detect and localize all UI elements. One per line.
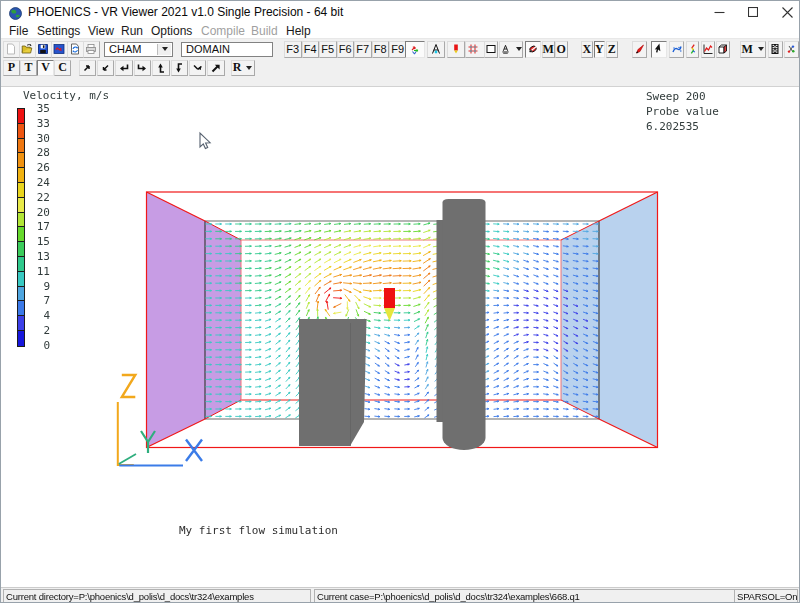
title-bar[interactable]: PHOENICS - VR Viewer 2021 v1.0 Single Pr… [1,1,799,23]
legend-tick-label: 7 [43,295,50,306]
menu-item-file[interactable]: File [9,24,28,38]
toolbar-button-annotation[interactable] [499,41,523,58]
toolbar-button-red-pen[interactable] [632,41,647,58]
button-label: P [8,60,15,75]
outlet-wall [599,192,658,448]
toolbar-button-p-mode[interactable]: P [3,60,20,76]
toolbar-button-filmstrip[interactable] [768,41,783,58]
toolbar-button-c-mode[interactable]: C [54,60,71,76]
toolbar-button-wireframe-box[interactable] [484,41,498,58]
inlet-wall [147,192,206,448]
button-label: O [557,42,566,57]
toolbar-button-graph[interactable] [701,41,716,58]
y-axis-label [141,431,155,453]
legend-tick-label: 26 [37,162,50,173]
toolbar-button-letter-z-11[interactable]: Z [606,41,618,58]
scene-caption: My first flow simulation [179,524,338,537]
legend-title: Velocity, m/s [23,89,109,102]
toolbar-button-f9[interactable]: F9 [389,41,407,58]
toolbar-button-print[interactable] [83,41,100,58]
menu-item-settings[interactable]: Settings [37,24,80,38]
legend-tick-label: 15 [37,236,50,247]
toolbar-button-arrow-sw-small[interactable] [97,60,115,76]
legend-tick-label: 33 [37,118,50,129]
toolbar-button-letter-y-10[interactable]: Y [594,41,606,58]
toolbar-button-arrow-zigzag[interactable] [189,60,207,76]
inner-corner-diagonal [205,221,241,240]
close-button[interactable] [770,1,800,23]
toolbar-button-mesh-toggle[interactable] [405,41,425,58]
toolbar-button-f5[interactable]: F5 [319,41,337,58]
legend-color-segment [18,227,24,242]
toolbar-button-f7[interactable]: F7 [354,41,372,58]
toolbar-button-reset-view[interactable]: R [231,60,255,76]
toolbar-button-save-floppy[interactable] [35,41,52,58]
legend-color-segment [18,272,24,287]
button-label: Y [595,42,604,57]
button-label: F5 [321,43,334,55]
menu-item-compile: Compile [201,24,245,38]
app-window: PHOENICS - VR Viewer 2021 v1.0 Single Pr… [0,0,800,603]
toolbar-button-arrow-return-left[interactable] [115,60,133,76]
menu-item-run[interactable]: Run [121,24,143,38]
button-label: R [233,60,242,75]
toolbar-button-compass[interactable] [427,41,445,58]
toolbar-button-rainbow-bolt[interactable] [686,41,700,58]
inlet-wall-inner [205,221,241,419]
legend-color-segment [18,213,24,228]
toolbar-button-letter-m-7[interactable]: M [542,41,555,58]
button-label: F8 [374,43,387,55]
status-bar: Current directory=P:\phoenics\d_polis\d_… [1,587,799,603]
solver-combobox-arrow[interactable] [157,44,171,55]
probe-value-label: Probe value [646,105,719,118]
toolbar-button-f3[interactable]: F3 [284,41,302,58]
button-label: F6 [339,43,352,55]
toolbar-button-arrow-ne-small[interactable] [79,60,97,76]
toolbar-button-cube-3d[interactable] [716,41,731,58]
z-axis-label [122,375,136,397]
viewport[interactable]: Velocity, m/s 35333028262422201715131197… [1,87,799,587]
menu-item-view[interactable]: View [88,24,114,38]
toolbar-button-t-mode[interactable]: T [20,60,37,76]
chevron-down-icon [246,66,252,70]
toolbar-button-arrow-ne-large[interactable] [207,60,225,76]
toolbar-button-open-folder[interactable] [19,41,36,58]
mouse-cursor [200,133,210,149]
inner-corner-diagonal [205,400,241,419]
legend-color-segment [18,331,24,346]
probe-marker[interactable] [384,288,395,308]
toolbar-button-viewer-settings[interactable] [784,41,799,58]
domain-field[interactable]: DOMAIN [181,42,273,57]
toolbar-button-probe[interactable] [447,41,465,58]
toolbar-button-f4[interactable]: F4 [302,41,320,58]
toolbar-button-f8[interactable]: F8 [372,41,390,58]
minimize-button[interactable] [702,1,736,23]
toolbar-button-letter-x-9[interactable]: X [581,41,593,58]
toolbar-button-letter-m-18[interactable]: M [740,41,766,58]
cylinder [443,199,486,450]
legend-tick-label: 22 [37,192,50,203]
toolbar-button-arrow-up-foot[interactable] [152,60,170,76]
button-label: C [58,60,67,75]
toolbar-button-pen-slash[interactable] [525,41,541,58]
toolbar-button-new-file[interactable] [3,41,20,58]
legend-color-segment [18,109,24,124]
legend-tick-label: 9 [43,281,50,292]
legend-color-segment [18,124,24,139]
toolbar-button-v-mode[interactable]: V [37,60,54,76]
toolbar-button-letter-o-8[interactable]: O [555,41,568,58]
toolbar-button-streamline[interactable] [669,41,684,58]
menu-item-help[interactable]: Help [286,24,311,38]
legend-color-segment [18,139,24,154]
toolbar-button-f6[interactable]: F6 [337,41,355,58]
maximize-button[interactable] [736,1,770,23]
solver-combobox[interactable]: CHAM [104,42,173,57]
toolbar-button-cursor-mode[interactable] [651,41,668,58]
toolbar-button-arrow-return-right[interactable] [134,60,152,76]
toolbar-button-graphics-file[interactable] [51,41,68,58]
button-label: T [24,60,32,75]
legend-tick-label: 24 [37,177,50,188]
toolbar-button-reload-doc[interactable] [67,41,84,58]
toolbar-button-arrow-down-hook[interactable] [171,60,189,76]
menu-item-options[interactable]: Options [151,24,192,38]
